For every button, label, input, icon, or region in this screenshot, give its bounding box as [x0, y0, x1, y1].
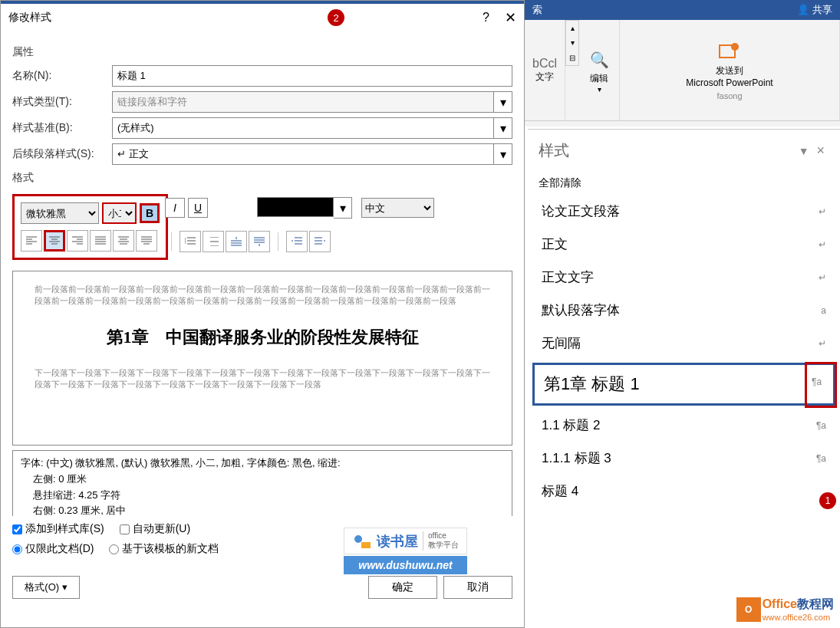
ribbon-search-fragment: 索 [532, 3, 542, 17]
pane-close-icon[interactable]: × [816, 143, 825, 159]
office26-url: www.office26.com [763, 613, 834, 622]
italic-button[interactable]: I [165, 198, 185, 218]
align-distribute-button[interactable] [113, 230, 134, 252]
ok-button[interactable]: 确定 [368, 576, 437, 599]
gallery-more-icon[interactable]: ⊟ [566, 51, 578, 65]
format-highlight-box: 微软雅黑 小二 B [12, 194, 168, 260]
type-select [112, 91, 494, 113]
section-properties: 属性 [12, 45, 512, 59]
align-right-button[interactable] [67, 230, 88, 252]
next-label: 后续段落样式(S): [12, 147, 112, 161]
svg-point-2 [354, 535, 362, 543]
gallery-up-icon[interactable]: ▴ [566, 21, 578, 35]
lang-select[interactable]: 中文 [361, 198, 434, 218]
color-dropdown[interactable]: ▾ [334, 197, 352, 219]
watermark-office26: O Office教程网 www.office26.com [736, 597, 834, 622]
description-box: 字体: (中文) 微软雅黑, (默认) 微软雅黑, 小二, 加粗, 字体颜色: … [12, 450, 512, 516]
style-name-fragment: 文字 [535, 71, 554, 84]
style-item-heading-4[interactable]: 标题 4 [528, 475, 840, 508]
cancel-button[interactable]: 取消 [443, 576, 512, 599]
dialog-title: 修改样式 [8, 11, 67, 25]
styles-pane: 样式 ▼ × 全部清除 论文正文段落↵ 正文↵ 正文文字↵ 默认段落字体a 无间… [528, 129, 840, 628]
dushuwu-sub2: 教学平台 [428, 540, 459, 551]
style-item-default-font[interactable]: 默认段落字体a [528, 294, 840, 327]
spacing-after-button[interactable] [249, 231, 270, 252]
linespacing-2-button[interactable] [203, 231, 224, 252]
pane-options-icon[interactable]: ▼ [799, 145, 809, 157]
template-radio[interactable]: 基于该模板的新文档 [109, 542, 219, 556]
base-label: 样式基准(B): [12, 121, 112, 135]
align-center-button[interactable] [44, 230, 65, 252]
next-dropdown[interactable]: ▾ [494, 143, 512, 165]
style-item-no-spacing[interactable]: 无间隔↵ [528, 327, 840, 360]
preview-heading: 第1章 中国翻译服务业的阶段性发展特征 [35, 326, 490, 349]
desc-line-4: 右侧: 0.23 厘米, 居中 [21, 503, 504, 516]
type-dropdown: ▾ [494, 91, 512, 113]
dialog-footer: 格式(O) ▾ 确定 取消 [1, 570, 524, 605]
desc-line-2: 左侧: 0 厘米 [21, 472, 504, 488]
size-select[interactable]: 小二 [102, 202, 137, 224]
align-last-button[interactable] [136, 230, 157, 252]
dialog-titlebar: 修改样式 2 ? ✕ [1, 1, 524, 31]
desc-line-1: 字体: (中文) 微软雅黑, (默认) 微软雅黑, 小二, 加粗, 字体颜色: … [21, 455, 504, 472]
gallery-down-icon[interactable]: ▾ [566, 35, 578, 50]
close-button[interactable]: ✕ [505, 9, 516, 26]
style-item-heading-1[interactable]: 第1章 标题 1 ¶a [532, 363, 835, 406]
style-gallery-nav[interactable]: ▴ ▾ ⊟ [565, 20, 579, 66]
type-label: 样式类型(T): [12, 95, 112, 109]
base-select[interactable] [112, 117, 494, 139]
ribbon-styles-group[interactable]: bCcl 文字 [525, 20, 565, 120]
desc-line-3: 悬挂缩进: 4.25 字符 [21, 488, 504, 504]
indent-decrease-button[interactable] [286, 231, 308, 252]
style-sample: bCcl [532, 57, 557, 71]
section-format: 格式 [12, 171, 512, 185]
preview-next-text: 下一段落下一段落下一段落下一段落下一段落下一段落下一段落下一段落下一段落下一段落… [35, 367, 490, 391]
svg-point-1 [731, 43, 739, 51]
name-label: 名称(N): [12, 69, 112, 83]
dushuwu-url: www.dushuwu.net [344, 556, 467, 574]
ribbon: 索 👤 共享 bCcl 文字 ▴ ▾ ⊟ 🔍 编辑 ▾ 发送到 Microsof… [525, 0, 840, 127]
style-item-paper-body[interactable]: 论文正文段落↵ [528, 195, 840, 228]
ribbon-edit-group[interactable]: 🔍 编辑 ▾ [579, 20, 620, 120]
indent-increase-button[interactable] [309, 231, 331, 252]
clear-all-button[interactable]: 全部清除 [528, 172, 840, 195]
share-button[interactable]: 👤 共享 [797, 3, 832, 17]
annotation-badge-1: 1 [819, 492, 836, 509]
dushuwu-logo-icon [352, 533, 372, 550]
styles-header: 样式 ▼ × [528, 136, 840, 172]
align-left-button[interactable] [21, 230, 42, 252]
font-select[interactable]: 微软雅黑 [21, 202, 99, 224]
ribbon-top: 索 👤 共享 [525, 0, 840, 20]
style-item-normal[interactable]: 正文↵ [528, 228, 840, 261]
help-button[interactable]: ? [483, 11, 489, 25]
sendto-label: 发送到 [716, 64, 743, 77]
next-select[interactable] [112, 143, 494, 165]
edit-label: 编辑 [590, 72, 608, 85]
linespacing-1-button[interactable] [180, 231, 201, 252]
only-document-radio[interactable]: 仅限此文档(D) [12, 542, 94, 556]
sendto-label2: Microsoft PowerPoint [686, 77, 772, 88]
office26-text: Office教程网 [763, 597, 834, 613]
underline-button[interactable]: U [188, 198, 208, 218]
dushuwu-sub1: office [428, 531, 459, 540]
spacing-before-button[interactable] [226, 231, 247, 252]
style-item-heading-3[interactable]: 1.1.1 标题 3¶a [528, 442, 840, 475]
search-icon: 🔍 [587, 48, 611, 72]
preview-prev-text: 前一段落前一段落前一段落前一段落前一段落前一段落前一段落前一段落前一段落前一段落… [35, 284, 490, 307]
preview-box: 前一段落前一段落前一段落前一段落前一段落前一段落前一段落前一段落前一段落前一段落… [12, 271, 512, 446]
dushuwu-text: 读书屋 [377, 532, 418, 551]
style-item-body-text[interactable]: 正文文字↵ [528, 261, 840, 294]
align-justify-button[interactable] [90, 230, 111, 252]
styles-title: 样式 [539, 140, 791, 161]
base-dropdown[interactable]: ▾ [494, 117, 512, 139]
color-swatch [257, 197, 334, 217]
ribbon-sendto-group[interactable]: 发送到 Microsoft PowerPoint fasong [620, 20, 840, 120]
format-menu-button[interactable]: 格式(O) ▾ [12, 576, 80, 599]
dialog-body: 属性 名称(N): 样式类型(T): ▾ 样式基准(B): ▾ 后续段落样式(S… [1, 31, 524, 570]
add-quickstyle-checkbox[interactable]: 添加到样式库(S) [12, 522, 104, 536]
name-input[interactable] [112, 65, 512, 87]
style-item-heading-2[interactable]: 1.1 标题 2¶a [528, 409, 840, 442]
auto-update-checkbox[interactable]: 自动更新(U) [120, 522, 190, 536]
bold-button[interactable]: B [140, 203, 160, 223]
office26-logo-icon: O [736, 597, 761, 622]
